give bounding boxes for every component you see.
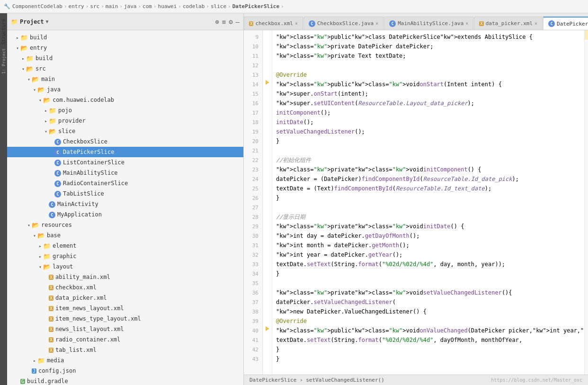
tab-close-button[interactable]: × bbox=[295, 21, 298, 26]
code-line-42[interactable]: } bbox=[272, 345, 584, 354]
code-line-36[interactable]: "kw">class="kw">private "kw">class="kw">… bbox=[272, 288, 584, 297]
tree-arrow[interactable]: ▾ bbox=[43, 129, 49, 134]
code-content[interactable]: "kw">class="kw">public "kw">class DatePi… bbox=[272, 30, 584, 375]
locate-icon[interactable]: ⊕ bbox=[215, 18, 219, 26]
code-line-12[interactable] bbox=[272, 61, 584, 70]
code-line-11[interactable]: "kw">class="kw">private Text textDate; bbox=[272, 51, 584, 61]
tree-item-element[interactable]: ▸📁element bbox=[7, 241, 243, 251]
chevron-down-icon[interactable]: ▼ bbox=[46, 19, 49, 24]
tab-DatePickerSlice-java[interactable]: CDatePickerSlice.java× bbox=[543, 17, 588, 30]
breadcrumb-item[interactable]: DatePickerSlice bbox=[232, 3, 279, 9]
tree-arrow[interactable]: ▾ bbox=[37, 264, 43, 269]
breadcrumb-item[interactable]: com bbox=[143, 3, 152, 9]
code-line-30[interactable]: "kw">int day = datePicker.getDayOfMonth(… bbox=[272, 231, 584, 241]
code-line-34[interactable]: } bbox=[272, 269, 584, 278]
code-line-20[interactable]: } bbox=[272, 136, 584, 146]
tree-item-build.gradle[interactable]: Gbuild.gradle bbox=[7, 376, 243, 385]
tree-arrow[interactable]: ▾ bbox=[20, 66, 26, 72]
code-line-37[interactable]: datePicker.setValueChangedListener( bbox=[272, 297, 584, 307]
hide-icon[interactable]: — bbox=[236, 18, 240, 26]
tree-item-base[interactable]: ▾📂base bbox=[7, 230, 243, 241]
code-line-41[interactable]: textDate.setText(String.format("%02d/%02… bbox=[272, 335, 584, 345]
collapse-icon[interactable]: ≡ bbox=[222, 18, 226, 26]
tree-item-pojo[interactable]: ▸📁pojo bbox=[7, 105, 243, 116]
tree-arrow[interactable]: ▸ bbox=[43, 118, 49, 124]
tree-item-ability_main.xml[interactable]: Xability_main.xml bbox=[7, 272, 243, 282]
code-line-40[interactable]: "kw">class="kw">public "kw">class="kw">v… bbox=[272, 326, 584, 335]
code-line-14[interactable]: "kw">class="kw">public "kw">class="kw">v… bbox=[272, 80, 584, 89]
code-line-32[interactable]: "kw">int year = datePicker.getYear(); bbox=[272, 250, 584, 260]
tree-item-radio_container.xml[interactable]: Xradio_container.xml bbox=[7, 334, 243, 345]
tree-item-layout[interactable]: ▾📂layout bbox=[7, 261, 243, 272]
tab-data_picker-xml[interactable]: Xdata_picker.xml× bbox=[474, 17, 543, 30]
code-line-25[interactable]: textDate = (Text) findComponentById(Reso… bbox=[272, 184, 584, 193]
tree-item-java[interactable]: ▾📂java bbox=[7, 84, 243, 95]
tree-arrow[interactable]: ▾ bbox=[37, 98, 43, 103]
code-line-13[interactable]: @Override bbox=[272, 70, 584, 80]
breadcrumb-item[interactable]: codelab bbox=[183, 3, 205, 9]
tab-close-button[interactable]: × bbox=[535, 21, 537, 26]
tree-arrow[interactable]: ▾ bbox=[32, 87, 37, 92]
tree-item-MainAbilitySlice[interactable]: CMainAbilitySlice bbox=[7, 168, 243, 178]
tree-item-item_news_type_layout.xml[interactable]: Xitem_news_type_layout.xml bbox=[7, 313, 243, 324]
tree-arrow[interactable]: ▸ bbox=[37, 254, 43, 259]
tree-item-checkbox.xml[interactable]: Xcheckbox.xml bbox=[7, 282, 243, 293]
code-line-24[interactable]: datePicker = (DatePicker) findComponentB… bbox=[272, 174, 584, 184]
tree-item-TabListSlice[interactable]: CTabListSlice bbox=[7, 188, 243, 199]
code-line-26[interactable]: } bbox=[272, 193, 584, 203]
tree-item-main[interactable]: ▾📂main bbox=[7, 74, 243, 84]
tree-arrow[interactable]: ▸ bbox=[43, 108, 49, 113]
tree-item-resources[interactable]: ▾📂resources bbox=[7, 220, 243, 230]
breadcrumb-item[interactable]: main bbox=[106, 3, 118, 9]
breadcrumb-item[interactable]: java bbox=[124, 3, 137, 9]
code-line-43[interactable]: } bbox=[272, 354, 584, 364]
breadcrumb-item[interactable]: ComponentCodelab bbox=[12, 3, 62, 9]
tree-arrow[interactable]: ▾ bbox=[26, 77, 32, 82]
tree-arrow[interactable]: ▸ bbox=[37, 243, 43, 249]
tree-item-item_news_layout.xml[interactable]: Xitem_news_layout.xml bbox=[7, 303, 243, 313]
tree-item-com.huawei.codelab[interactable]: ▾📂com.huawei.codelab bbox=[7, 95, 243, 105]
tree-item-tab_list.xml[interactable]: Xtab_list.xml bbox=[7, 345, 243, 355]
tree-item-data_picker.xml[interactable]: Xdata_picker.xml bbox=[7, 293, 243, 303]
tree-item-build[interactable]: ▸📁build bbox=[7, 53, 243, 63]
tree-item-MainActivity[interactable]: CMainActivity bbox=[7, 199, 243, 209]
tree-item-entry[interactable]: ▾📂entry bbox=[7, 43, 243, 53]
code-line-9[interactable]: "kw">class="kw">public "kw">class DatePi… bbox=[272, 32, 584, 42]
tree-item-slice[interactable]: ▾📂slice bbox=[7, 126, 243, 136]
tab-checkbox-xml[interactable]: Xcheckbox.xml× bbox=[244, 17, 303, 30]
tab-close-button[interactable]: × bbox=[375, 21, 378, 26]
tree-item-news_list_layout.xml[interactable]: Xnews_list_layout.xml bbox=[7, 324, 243, 334]
tree-arrow[interactable]: ▸ bbox=[15, 35, 20, 40]
tree-item-RadioContainerSlice[interactable]: CRadioContainerSlice bbox=[7, 178, 243, 188]
tree-arrow[interactable]: ▸ bbox=[20, 56, 26, 61]
breadcrumb-item[interactable]: slice bbox=[211, 3, 226, 9]
settings-icon[interactable]: ⚙ bbox=[229, 18, 232, 26]
tree-item-graphic[interactable]: ▸📁graphic bbox=[7, 251, 243, 261]
code-line-22[interactable]: //初始化组件 bbox=[272, 155, 584, 165]
code-line-17[interactable]: initComponent(); bbox=[272, 108, 584, 117]
tab-CheckboxSlice-java[interactable]: CCheckboxSlice.java× bbox=[303, 17, 383, 30]
code-line-33[interactable]: textDate.setText(String.format("%02d/%02… bbox=[272, 260, 584, 269]
tree-item-ListContainerSlice[interactable]: CListContainerSlice bbox=[7, 157, 243, 168]
tree-item-MyApplication[interactable]: CMyApplication bbox=[7, 209, 243, 220]
tree-arrow[interactable]: ▾ bbox=[26, 223, 32, 228]
code-line-18[interactable]: initDate(); bbox=[272, 117, 584, 127]
tree-arrow[interactable]: ▾ bbox=[32, 233, 37, 238]
code-line-39[interactable]: @Override bbox=[272, 316, 584, 326]
code-line-27[interactable] bbox=[272, 203, 584, 212]
code-line-19[interactable]: setValueChangedListener(); bbox=[272, 127, 584, 136]
tab-MainAbilitySlice-java[interactable]: CMainAbilitySlice.java× bbox=[384, 17, 473, 30]
code-line-10[interactable]: "kw">class="kw">private DatePicker dateP… bbox=[272, 42, 584, 51]
tree-item-build-root[interactable]: ▸📁build bbox=[7, 32, 243, 43]
code-line-16[interactable]: "kw">super.setUIContent(ResourceTable.La… bbox=[272, 98, 584, 108]
tree-item-src[interactable]: ▾📂src bbox=[7, 63, 243, 74]
code-area[interactable]: 9101112131415161718192021222324252627282… bbox=[244, 30, 588, 375]
code-line-31[interactable]: "kw">int month = datePicker.getMonth(); bbox=[272, 241, 584, 250]
structure-label[interactable]: Structure bbox=[1, 19, 6, 45]
code-line-29[interactable]: "kw">class="kw">private "kw">class="kw">… bbox=[272, 222, 584, 231]
code-line-21[interactable] bbox=[272, 146, 584, 155]
code-line-28[interactable]: //显示日期 bbox=[272, 212, 584, 222]
code-line-35[interactable] bbox=[272, 278, 584, 288]
tree-item-DatePickerSlice[interactable]: CDatePickerSlice bbox=[7, 147, 243, 157]
breadcrumb-item[interactable]: huawei bbox=[158, 3, 177, 9]
